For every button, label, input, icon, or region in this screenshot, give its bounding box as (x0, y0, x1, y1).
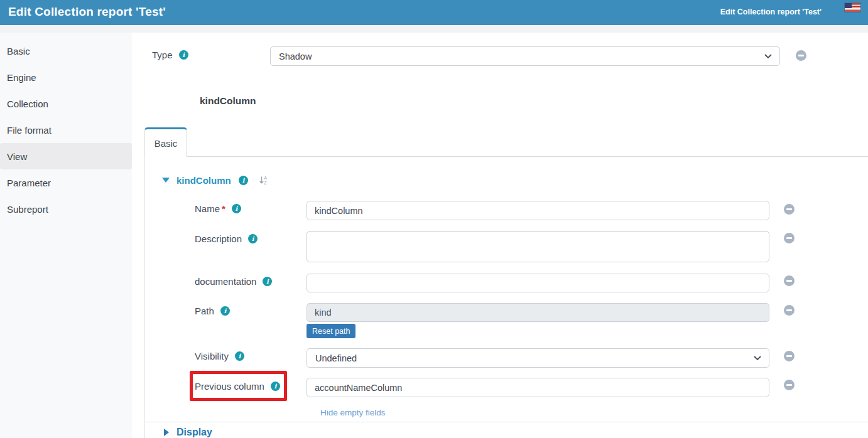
info-icon[interactable]: i (239, 176, 248, 185)
sidebar-item-file-format[interactable]: File format (0, 117, 132, 143)
section-divider (144, 422, 868, 422)
type-label: Type (152, 50, 173, 60)
path-label-row: Path i (195, 306, 230, 316)
expand-triangle-icon[interactable] (164, 429, 169, 436)
sidebar-item-collection[interactable]: Collection (0, 90, 132, 117)
remove-previous-column-button[interactable] (784, 380, 795, 390)
type-label-row: Type i (152, 50, 188, 60)
visibility-label: Visibility (195, 351, 229, 361)
remove-documentation-button[interactable] (784, 275, 795, 286)
visibility-label-row: Visibility i (195, 351, 244, 361)
documentation-label: documentation (195, 276, 256, 287)
sidebar-item-subreport[interactable]: Subreport (0, 196, 132, 222)
remove-type-button[interactable] (796, 50, 806, 61)
name-input[interactable] (307, 201, 769, 220)
sidebar-item-basic[interactable]: Basic (0, 38, 132, 64)
info-icon[interactable]: i (232, 204, 241, 213)
info-icon[interactable]: i (235, 351, 244, 361)
description-label: Description (195, 233, 242, 244)
page-title-right: Edit Collection report 'Test' (720, 8, 822, 16)
name-label-row: Name* i (195, 203, 241, 214)
hide-empty-fields-link[interactable]: Hide empty fields (320, 408, 386, 417)
info-icon[interactable]: i (220, 306, 230, 316)
sidebar-item-parameter[interactable]: Parameter (0, 169, 132, 196)
tabbar-divider (187, 156, 868, 157)
remove-visibility-button[interactable] (784, 351, 795, 361)
flag-canton (845, 3, 852, 8)
name-label: Name* (195, 203, 225, 214)
description-textarea[interactable] (307, 231, 769, 262)
remove-name-button[interactable] (784, 204, 795, 215)
path-input (307, 303, 769, 322)
header-substrip (0, 25, 868, 33)
sidebar: Basic Engine Collection File format View… (0, 33, 132, 438)
info-icon[interactable]: i (263, 277, 272, 286)
previous-column-input[interactable] (307, 378, 769, 397)
required-asterisk: * (222, 203, 225, 214)
info-icon[interactable]: i (179, 50, 188, 60)
type-select-value: Shadow (271, 51, 312, 61)
previous-column-label: Previous column (195, 381, 264, 392)
documentation-label-row: documentation i (195, 276, 272, 287)
sidebar-item-engine[interactable]: Engine (0, 64, 132, 90)
chevron-down-icon (754, 356, 761, 361)
info-icon[interactable]: i (248, 234, 258, 243)
section-title[interactable]: kindColumn (176, 175, 231, 186)
remove-path-button[interactable] (784, 305, 795, 316)
top-bar: Edit Collection report 'Test' Edit Colle… (0, 0, 868, 25)
tab-panel-left-border (144, 157, 145, 438)
collapse-triangle-icon[interactable] (162, 178, 170, 183)
description-label-row: Description i (195, 233, 258, 244)
display-section-title[interactable]: Display (176, 427, 212, 438)
visibility-select-value: Undefined (307, 353, 357, 363)
previous-column-label-row: Previous column i (195, 381, 280, 392)
path-label: Path (195, 306, 214, 316)
svg-text:Z: Z (264, 181, 267, 185)
page-title: Edit Collection report 'Test' (8, 5, 166, 19)
us-flag-icon[interactable] (845, 3, 860, 12)
reset-path-button[interactable]: Reset path (307, 324, 355, 338)
tab-basic[interactable]: Basic (144, 127, 187, 157)
sidebar-item-view[interactable]: View (0, 143, 132, 169)
visibility-select[interactable]: Undefined (307, 348, 769, 368)
type-select[interactable]: Shadow (270, 46, 780, 66)
remove-description-button[interactable] (784, 233, 795, 243)
documentation-input[interactable] (307, 274, 769, 292)
column-heading: kindColumn (200, 95, 256, 107)
svg-text:A: A (264, 176, 268, 180)
sort-alpha-icon[interactable]: A Z (258, 175, 269, 186)
chevron-down-icon (764, 54, 772, 59)
info-icon[interactable]: i (271, 382, 280, 391)
